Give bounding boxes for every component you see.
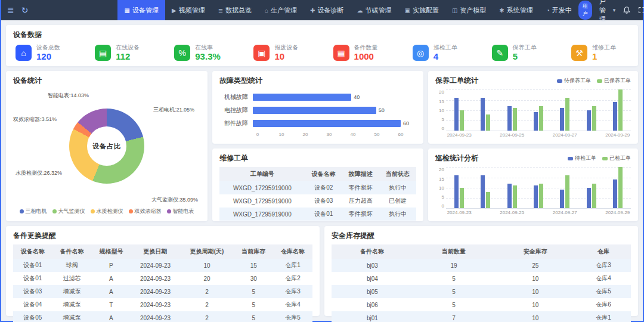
table-header-row: 设备名称备件名称规格型号更换日期更换周期(天)当前库存仓库名称 [13, 244, 312, 259]
nav-item-5[interactable]: ☁节碳管理 [350, 0, 398, 20]
in-development-icon: ◔ [546, 7, 550, 14]
online-rate-icon: % [174, 45, 190, 61]
stat-value: 5 [513, 51, 537, 61]
table-cell: 设备03 [305, 194, 342, 208]
nav-item-label: 设备管理 [132, 6, 159, 15]
nav-item-3[interactable]: ⌂生产管理 [258, 0, 304, 20]
asset-model-icon: ◫ [452, 7, 457, 14]
x-axis-label: 2024-09-25 [499, 132, 525, 140]
nav-item-7[interactable]: ◫资产模型 [445, 0, 493, 20]
carbon-management-icon: ☁ [357, 7, 363, 14]
x-axis-label [578, 132, 604, 140]
stat-value: 4 [434, 51, 457, 61]
legend-dot [167, 209, 171, 213]
legend-item[interactable]: 待检工单 [568, 154, 596, 162]
table-cell: 30 [234, 272, 273, 285]
maintenance-x-axis: 2024-09-232024-09-252024-09-272024-09-29 [446, 132, 631, 140]
column-header: 仓库名称 [273, 244, 312, 259]
pie-slice-label: 水质检测仪:26.32% [16, 169, 62, 177]
system-management-icon: ✱ [499, 7, 504, 14]
table-cell: A [92, 311, 131, 322]
table-cell: WXGD_17295919000 [219, 194, 305, 208]
bar-group [472, 89, 499, 131]
pie-legend-item[interactable]: 三相电机 [20, 208, 47, 215]
table-cell: 增减泵 [52, 311, 92, 322]
maintenance-panel-head: 保养工单统计 待保养工单已保养工单 [435, 76, 631, 86]
fault-axis-tick: 10 [279, 132, 284, 137]
stat-card-text: 在线设备112 [116, 44, 140, 61]
stat-card-text: 在线率93.3% [195, 44, 221, 61]
table-cell: 2024-09-23 [131, 272, 179, 285]
legend-label: 待保养工单 [564, 77, 591, 85]
x-axis-label [578, 210, 604, 217]
stat-card-5: ◎巡检工单4 [413, 44, 470, 61]
legend-dot [52, 209, 57, 213]
chevron-down-icon[interactable]: ▾ [613, 7, 616, 13]
legend-dot [91, 209, 95, 213]
column-header: 安全库存 [494, 244, 576, 259]
table-cell: 5 [234, 311, 273, 322]
panel-device-stats: 设备统计 设备占比 三相电机:21.05%大气监测仪:35.09%水质检测仪:2… [6, 71, 208, 221]
table-cell: A [92, 285, 131, 298]
panel-repair-orders: 维修工单 工单编号设备名称故障描述当前状态 WXGD_17295919000设备… [212, 148, 423, 221]
fault-bar-row: 电控故障50 [219, 104, 416, 117]
pie-legend-item[interactable]: 水质检测仪 [91, 208, 123, 215]
column-header: 设备名称 [305, 167, 342, 181]
fault-bar-value: 40 [351, 94, 360, 100]
x-axis-label [472, 132, 499, 140]
pie-legend-item[interactable]: 智能电表 [167, 208, 194, 215]
table-cell: 10 [180, 259, 234, 272]
table-cell: 2 [180, 311, 234, 322]
x-axis-label: 2024-09-29 [605, 210, 631, 217]
bar-已保养工单 [592, 106, 596, 131]
table-cell: A [92, 272, 131, 285]
table-cell: bj06 [332, 298, 413, 311]
nav-item-0[interactable]: ▦设备管理 [117, 0, 165, 20]
bar-待保养工单 [560, 108, 564, 131]
inspection-panel-head: 巡检统计分析 待检工单已检工单 [435, 153, 631, 163]
refresh-icon[interactable]: ↻ [21, 5, 29, 15]
nav-item-6[interactable]: ▣实施配置 [398, 0, 445, 20]
stat-card-1: ▤在线设备112 [95, 44, 152, 61]
table-cell: 增减泵 [52, 298, 92, 311]
bar-已检工单 [565, 175, 569, 208]
stat-cards-row: ⌂设备总数120▤在线设备112%在线率93.3%▣报废设备10▦备件数量100… [13, 44, 631, 61]
table-cell: 仓库4 [273, 298, 312, 311]
device-diagnosis-icon: ✚ [310, 7, 315, 14]
column-header: 工单编号 [219, 167, 305, 181]
notification-bell-icon[interactable] [623, 6, 631, 14]
fullscreen-icon[interactable] [638, 7, 644, 14]
nav-item-4[interactable]: ✚设备诊断 [304, 0, 350, 20]
table-cell: 设备01 [305, 208, 342, 221]
y-tick-label: 5 [442, 117, 444, 122]
bar-待保养工单 [587, 110, 591, 131]
table-cell: 仓库6 [576, 298, 631, 311]
table-row: 设备01过滤芯A2024-09-232030仓库2 [13, 272, 312, 285]
fault-bar-value: 60 [401, 120, 409, 126]
legend-dot [20, 209, 24, 213]
nav-item-2[interactable]: ≣数据总览 [212, 0, 258, 20]
legend-item[interactable]: 待保养工单 [557, 77, 591, 85]
nav-item-9[interactable]: ◔开发中 [540, 0, 578, 20]
legend-item[interactable]: 已检工单 [602, 154, 631, 162]
table-cell: T [92, 298, 131, 311]
nav-item-1[interactable]: ▶视频管理 [165, 0, 212, 20]
table-cell: 15 [234, 259, 273, 272]
legend-dot [129, 209, 133, 213]
stat-label: 维修工单 [592, 44, 616, 51]
collapse-menu-icon[interactable]: ≣ [7, 5, 14, 15]
pie-legend-item[interactable]: 大气监测仪 [52, 208, 85, 215]
table-row: bj05510仓库5 [332, 285, 631, 298]
bar-已检工单 [460, 188, 464, 209]
repair-orders-table: 工单编号设备名称故障描述当前状态 WXGD_17295919000设备02零件损… [219, 167, 416, 221]
panel-maintenance-stats: 保养工单统计 待保养工单已保养工单 20151050 2024-09-23202… [428, 71, 638, 144]
bar-待保养工单 [481, 98, 485, 131]
fault-bar [253, 94, 351, 101]
table-cell: 零件损坏 [342, 208, 379, 221]
nav-item-8[interactable]: ✱系统管理 [493, 0, 539, 20]
spare-replace-table: 设备名称备件名称规格型号更换日期更换周期(天)当前库存仓库名称 设备01球阀P2… [13, 244, 312, 322]
fault-bar-track: 60 [253, 120, 401, 127]
legend-item[interactable]: 已保养工单 [597, 77, 631, 85]
bar-已检工单 [513, 185, 517, 208]
pie-legend-item[interactable]: 双效浓缩器 [129, 208, 162, 215]
